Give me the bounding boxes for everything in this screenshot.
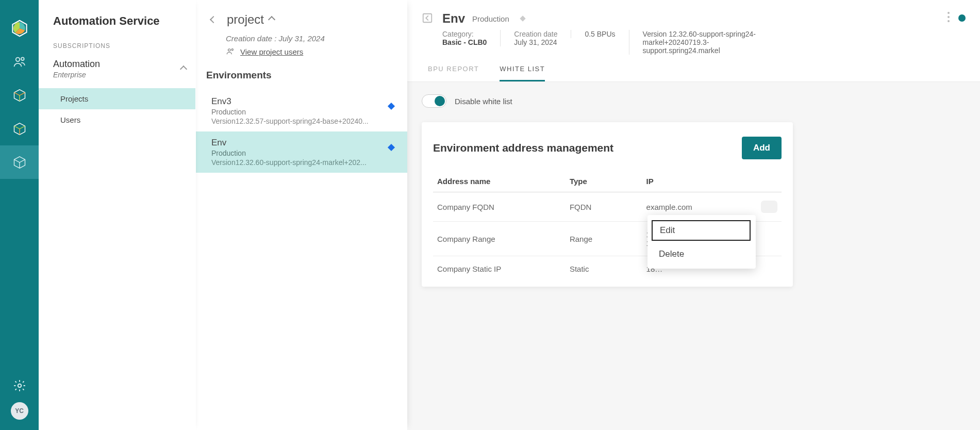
main-panel: Env Production Category: Basic - CLB0 Cr… (407, 0, 980, 430)
address-type-cell: Range (566, 222, 642, 256)
cube-icon (12, 122, 27, 136)
svg-rect-12 (423, 14, 432, 23)
users-icon (226, 47, 235, 56)
svg-point-1 (15, 57, 19, 61)
address-name-cell: Company Range (433, 222, 566, 256)
env-detail-name: Env (442, 11, 465, 26)
expand-icon (422, 12, 433, 24)
nav-list: Projects Users (39, 88, 195, 130)
project-creation-date: Creation date : July 31, 2024 (226, 34, 397, 43)
creation-date-value: July 31, 2024 (514, 38, 557, 46)
col-ip: IP (642, 171, 757, 192)
rail-cube-active[interactable] (0, 145, 39, 179)
category-value: Basic - CLB0 (442, 38, 487, 46)
card-title: Environment address management (433, 142, 613, 154)
rail-users[interactable] (0, 45, 39, 78)
main-body: Disable white list Environment address m… (407, 82, 980, 430)
rail-cube-1[interactable] (0, 78, 39, 112)
environments-heading: Environments (196, 70, 407, 90)
panel-title: Automation Service (39, 14, 195, 42)
toggle-label: Disable white list (455, 97, 512, 106)
rail-settings[interactable] (0, 369, 39, 402)
col-address-name: Address name (433, 171, 566, 192)
svg-point-2 (21, 57, 24, 60)
cube-outline-icon (12, 155, 27, 170)
view-project-users-link[interactable]: View project users (240, 47, 303, 56)
env-stage: Production (211, 149, 397, 157)
env-version: Version12.32.60-support-spring24-markel+… (211, 158, 397, 167)
back-button[interactable] (206, 17, 221, 22)
svg-point-10 (228, 49, 231, 52)
rail-cube-2[interactable] (0, 112, 39, 145)
automation-header[interactable]: Automation Enterprise (39, 59, 195, 79)
version-text: Version 12.32.60-support-spring24-markel… (629, 30, 773, 55)
chevron-up-icon (180, 65, 187, 72)
automation-title: Automation (53, 59, 100, 70)
rail-logo[interactable] (0, 11, 39, 45)
expand-button[interactable] (422, 12, 433, 26)
icon-rail: YC (0, 0, 39, 430)
env-name: Env3 (211, 96, 397, 107)
env-status-badge (520, 15, 525, 21)
automation-tier: Enterprise (53, 71, 100, 79)
context-menu-delete[interactable]: Delete (647, 243, 756, 266)
app-logo-icon (11, 20, 28, 37)
tabs: BPU REPORT WHITE LIST (407, 55, 980, 82)
address-name-cell: Company Static IP (433, 256, 566, 282)
sidebar-item-projects[interactable]: Projects (39, 88, 195, 109)
category-label: Category: (442, 30, 487, 38)
disable-whitelist-toggle[interactable] (422, 94, 446, 108)
address-type-cell: FQDN (566, 192, 642, 222)
sidebar-item-users[interactable]: Users (39, 109, 195, 130)
address-type-cell: Static (566, 256, 642, 282)
svg-point-15 (948, 20, 950, 22)
tab-white-list[interactable]: WHITE LIST (500, 65, 545, 81)
env-stage: Production (211, 108, 397, 116)
context-menu: Edit Delete (647, 215, 756, 269)
svg-point-9 (18, 384, 21, 387)
row-action-button[interactable] (761, 201, 777, 213)
context-menu-edit[interactable]: Edit (652, 220, 751, 241)
svg-point-11 (231, 49, 233, 51)
env-detail-stage: Production (472, 14, 509, 23)
svg-point-14 (948, 16, 950, 18)
gear-icon (13, 379, 26, 392)
env-name: Env (211, 138, 397, 148)
add-button[interactable]: Add (742, 137, 782, 159)
project-panel: project Creation date : July 31, 2024 Vi… (196, 0, 407, 430)
subscriptions-panel: Automation Service SUBSCRIPTIONS Automat… (39, 0, 196, 430)
environment-item[interactable]: Env3 Production Version12.32.57-support-… (196, 90, 407, 131)
env-header: Env Production Category: Basic - CLB0 Cr… (407, 0, 980, 55)
chevron-left-icon (210, 16, 217, 23)
tab-bpu-report[interactable]: BPU REPORT (428, 65, 479, 81)
creation-date-label: Creation date (514, 30, 557, 38)
avatar[interactable]: YC (11, 402, 28, 420)
bpu-value: 0.5 BPUs (585, 30, 615, 38)
project-title: project (227, 12, 264, 27)
svg-point-13 (948, 12, 950, 14)
status-indicator (958, 14, 966, 22)
col-type: Type (566, 171, 642, 192)
subscriptions-label: SUBSCRIPTIONS (39, 42, 195, 59)
chevron-up-icon[interactable] (268, 16, 275, 23)
env-version: Version12.32.57-support-spring24-base+20… (211, 117, 397, 125)
users-icon (12, 55, 27, 69)
kebab-icon (947, 11, 950, 23)
address-name-cell: Company FQDN (433, 192, 566, 222)
more-menu-button[interactable] (947, 11, 950, 25)
environment-item[interactable]: Env Production Version12.32.60-support-s… (196, 131, 407, 173)
cube-icon (12, 88, 27, 103)
